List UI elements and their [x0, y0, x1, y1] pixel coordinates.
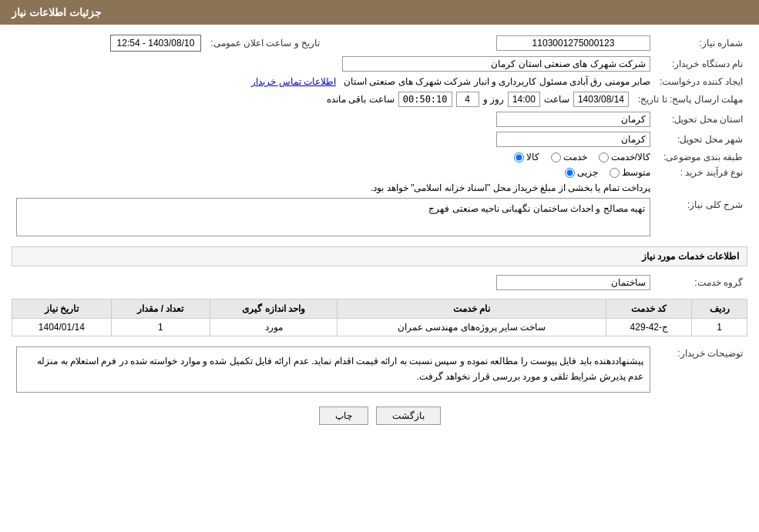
- deadline-flex: 1403/08/14 ساعت 14:00 روز و 4 00:50:10 س…: [16, 92, 629, 107]
- process-radio2-label: متوسط: [622, 167, 650, 178]
- process-radio-motawaset: متوسط: [610, 167, 650, 178]
- table-cell-code: ج-42-429: [606, 319, 692, 336]
- notes-table: توضیحات خریدار: پیشنهاددهنده باید فایل پ…: [12, 344, 747, 395]
- announce-label: تاریخ و ساعت اعلان عمومی:: [206, 32, 324, 54]
- need-number-label: شماره نیاز:: [655, 32, 747, 54]
- page-header: جزئیات اطلاعات نیاز: [0, 0, 759, 25]
- deadline-row: 1403/08/14 ساعت 14:00 روز و 4 00:50:10 س…: [12, 89, 633, 109]
- creator-label: ایجاد کننده درخواست:: [655, 74, 747, 89]
- subject-radio1-label: کالا: [526, 152, 539, 162]
- process-radio1-input[interactable]: [565, 168, 575, 178]
- main-container: جزئیات اطلاعات نیاز شماره نیاز: 11030012…: [0, 0, 759, 532]
- process-radio-jozei: جزیی: [565, 167, 598, 178]
- delivery-city-field: کرمان: [496, 132, 650, 147]
- time-label: ساعت: [544, 94, 569, 105]
- buyer-org-field: شرکت شهرک های صنعتی استان کرمان: [342, 56, 650, 72]
- subject-radio-kala: کالا: [514, 152, 539, 162]
- need-number-field: 1103001275000123: [496, 35, 650, 51]
- remaining-label: ساعت باقی مانده: [327, 94, 395, 105]
- service-group-label: گروه خدمت:: [655, 273, 747, 293]
- buyer-notes-value: پیشنهاددهنده باید فایل پیوست را مطالعه ن…: [12, 344, 655, 395]
- print-button[interactable]: چاپ: [319, 407, 368, 425]
- need-number-value: 1103001275000123: [340, 32, 655, 54]
- subject-label: طبقه بندی موضوعی:: [655, 149, 747, 165]
- delivery-city-value: کرمان: [12, 129, 655, 149]
- city-table: شهر محل تحویل: کرمان: [12, 129, 747, 149]
- delivery-province-field: کرمان: [496, 112, 650, 127]
- process-row: متوسط جزیی: [12, 165, 655, 180]
- countdown-field: 00:50:10: [398, 92, 452, 107]
- creator-text: صابر مومنی رق آبادی مسئول کاربرداری و ان…: [344, 76, 650, 87]
- process-radio2-input[interactable]: [610, 168, 620, 178]
- subject-radio1-input[interactable]: [514, 152, 524, 162]
- process-radio1-label: جزیی: [577, 167, 598, 178]
- creator-contact-link[interactable]: اطلاعات تماس خریدار: [251, 76, 336, 87]
- back-button[interactable]: بازگشت: [376, 407, 441, 425]
- creator-table: ایجاد کننده درخواست: صابر مومنی رق آبادی…: [12, 74, 747, 89]
- deadline-table: مهلت ارسال پاسخ: تا تاریخ: 1403/08/14 سا…: [12, 89, 747, 109]
- service-group-value: ساختمان: [12, 273, 655, 293]
- announce-value: 1403/08/10 - 12:54: [12, 32, 206, 54]
- table-row: 1ج-42-429ساخت سایر پروژه‌های مهندسی عمرا…: [12, 319, 747, 336]
- delivery-city-label: شهر محل تحویل:: [655, 129, 747, 149]
- col-row: ردیف: [692, 299, 747, 319]
- button-row: بازگشت چاپ: [12, 407, 747, 425]
- need-desc-label: شرح کلی نیاز:: [655, 196, 747, 239]
- table-cell-row: 1: [692, 319, 747, 336]
- subject-table: طبقه بندی موضوعی: کالا/خدمت خدمت کالا: [12, 149, 747, 165]
- buyer-org-label: نام دستگاه خریدار:: [655, 54, 747, 74]
- content-area: شماره نیاز: 1103001275000123 تاریخ و ساع…: [0, 25, 759, 444]
- col-name: نام خدمت: [337, 299, 606, 319]
- subject-radio2-label: خدمت: [563, 152, 587, 162]
- col-unit: واحد اندازه گیری: [210, 299, 338, 319]
- need-desc-table: شرح کلی نیاز: تهیه مصالح و احداث ساختمان…: [12, 196, 747, 239]
- subject-radio-group: کالا/خدمت خدمت کالا: [16, 152, 650, 162]
- col-code: کد خدمت: [606, 299, 692, 319]
- table-cell-qty: 1: [111, 319, 210, 336]
- buyer-org-table: نام دستگاه خریدار: شرکت شهرک های صنعتی ا…: [12, 54, 747, 74]
- subject-radio3-label: کالا/خدمت: [611, 152, 650, 162]
- service-group-table: گروه خدمت: ساختمان: [12, 273, 747, 293]
- process-label: نوع فرآیند خرید :: [655, 165, 747, 180]
- buyer-notes-field: پیشنهاددهنده باید فایل پیوست را مطالعه ن…: [16, 346, 650, 393]
- days-label: روز و: [483, 94, 504, 105]
- services-section-title: اطلاعات خدمات مورد نیاز: [12, 246, 747, 266]
- subject-radio-khedmat: خدمت: [551, 152, 587, 162]
- subject-radio3-input[interactable]: [599, 152, 609, 162]
- need-desc-value: تهیه مصالح و احداث ساختمان نگهبانی ناحیه…: [12, 196, 655, 239]
- announce-date-field: 1403/08/10 - 12:54: [110, 35, 202, 52]
- delivery-province-value: کرمان: [12, 109, 655, 129]
- buyer-org-value: شرکت شهرک های صنعتی استان کرمان: [12, 54, 655, 74]
- process-radio-group: متوسط جزیی: [16, 167, 650, 178]
- delivery-province-label: استان محل تحویل:: [655, 109, 747, 129]
- send-deadline-label: مهلت ارسال پاسخ: تا تاریخ:: [633, 89, 747, 109]
- process-note-text: پرداخت تمام یا بخشی از مبلغ خریداز محل "…: [371, 182, 650, 193]
- table-cell-name: ساخت سایر پروژه‌های مهندسی عمران: [337, 319, 606, 336]
- need-desc-field: تهیه مصالح و احداث ساختمان نگهبانی ناحیه…: [16, 198, 650, 236]
- services-table: ردیف کد خدمت نام خدمت واحد اندازه گیری ت…: [12, 299, 747, 336]
- process-note: پرداخت تمام یا بخشی از مبلغ خریداز محل "…: [12, 180, 655, 196]
- subject-radios: کالا/خدمت خدمت کالا: [12, 149, 655, 165]
- buyer-notes-label: توضیحات خریدار:: [655, 344, 747, 395]
- send-date-field: 1403/08/14: [573, 92, 629, 107]
- service-group-field: ساختمان: [496, 275, 650, 290]
- page-title: جزئیات اطلاعات نیاز: [12, 6, 102, 18]
- subject-radio-kala-khedmat: کالا/خدمت: [599, 152, 650, 162]
- col-qty: تعداد / مقدار: [111, 299, 210, 319]
- col-date: تاریخ نیاز: [12, 299, 112, 319]
- send-time-field: 14:00: [508, 92, 540, 107]
- table-cell-date: 1404/01/14: [12, 319, 112, 336]
- process-table: نوع فرآیند خرید : متوسط جزیی: [12, 165, 747, 196]
- province-table: استان محل تحویل: کرمان: [12, 109, 747, 129]
- top-info-table: شماره نیاز: 1103001275000123 تاریخ و ساع…: [12, 32, 747, 54]
- table-cell-unit: مورد: [210, 319, 338, 336]
- send-days-field: 4: [456, 92, 479, 107]
- creator-value: صابر مومنی رق آبادی مسئول کاربرداری و ان…: [12, 74, 655, 89]
- subject-radio2-input[interactable]: [551, 152, 561, 162]
